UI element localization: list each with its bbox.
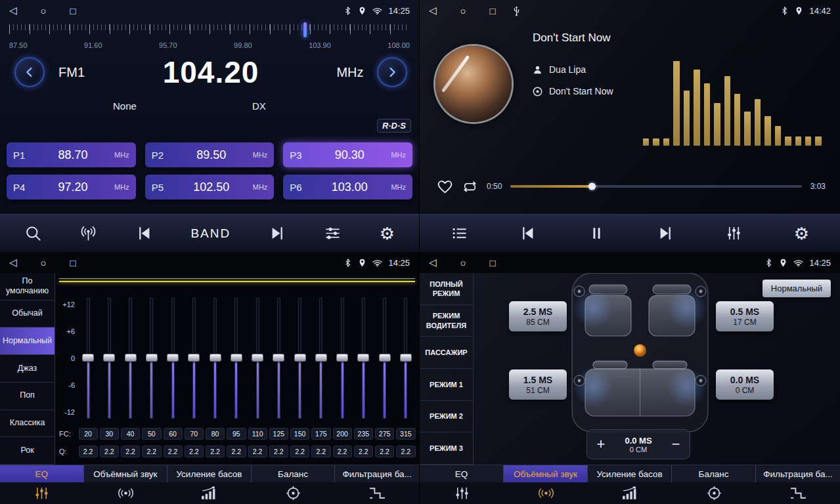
equalizer-icon[interactable] [324, 224, 342, 242]
bass-boost-icon[interactable] [200, 486, 218, 501]
tab-surround[interactable]: Объёмный звук [84, 465, 168, 482]
visualizer-bar [815, 136, 821, 146]
bass-boost-icon[interactable] [621, 486, 639, 501]
eq-band-slider[interactable] [268, 298, 289, 419]
slider-fill [320, 358, 322, 418]
search-icon[interactable] [24, 224, 42, 242]
eq-band-slider[interactable] [395, 298, 416, 419]
fc-value: 50 [142, 428, 161, 440]
eq-band-slider[interactable] [247, 298, 268, 419]
eq-preset-item[interactable]: Обычай [0, 301, 55, 328]
repeat-icon[interactable] [462, 179, 478, 194]
tab-eq[interactable]: EQ [0, 465, 84, 482]
eq-preset-item[interactable]: Поп [0, 383, 55, 410]
preset-button[interactable]: P3 90.30 MHz [283, 142, 412, 167]
pause-icon[interactable] [588, 224, 606, 242]
listening-mode-item[interactable]: РЕЖИМ 1 [420, 369, 473, 401]
tab-bass-boost[interactable]: Усиление басов [588, 465, 672, 482]
eq-band-slider[interactable] [374, 298, 395, 419]
seek-up-button[interactable] [377, 57, 407, 87]
previous-station-icon[interactable] [135, 224, 153, 242]
eq-preset-item[interactable]: Рок [0, 437, 55, 465]
eq-band-slider[interactable] [311, 298, 332, 419]
next-station-icon[interactable] [269, 224, 286, 242]
balance-icon[interactable] [284, 486, 302, 501]
eq-preset-item[interactable]: Джаз [0, 355, 55, 383]
eq-band-slider[interactable] [77, 298, 99, 419]
playlist-icon[interactable] [451, 224, 468, 242]
eq-band-slider[interactable] [120, 298, 141, 419]
listening-mode-item[interactable]: ПАССАЖИР [420, 337, 473, 369]
previous-track-icon[interactable] [519, 224, 537, 242]
next-track-icon[interactable] [657, 224, 674, 242]
back-button[interactable]: ◁ [9, 257, 17, 268]
eq-band-slider[interactable] [290, 298, 311, 419]
eq-icon[interactable] [33, 486, 51, 501]
preset-button[interactable]: P6 103.00 MHz [283, 175, 412, 200]
eq-band-slider[interactable] [162, 298, 183, 419]
surround-icon[interactable] [537, 486, 555, 501]
tab-filter[interactable]: Фильтрация ба... [335, 465, 419, 482]
listener-position-ball[interactable] [634, 345, 646, 357]
listening-mode-item[interactable]: РЕЖИМ 3 [420, 432, 473, 465]
settings-icon[interactable]: ⚙ [794, 225, 809, 242]
tab-surround[interactable]: Объёмный звук [504, 465, 588, 482]
tab-balance[interactable]: Баланс [672, 465, 756, 482]
back-button[interactable]: ◁ [9, 5, 17, 16]
increase-delay-button[interactable]: + [587, 437, 615, 452]
eq-band-slider[interactable] [183, 298, 204, 419]
eq-band-slider[interactable] [353, 298, 374, 419]
preset-button[interactable]: P4 97.20 MHz [7, 175, 136, 200]
equalizer-icon[interactable] [725, 224, 743, 242]
recents-button[interactable]: □ [490, 257, 496, 268]
eq-band-slider[interactable] [141, 298, 162, 419]
home-button[interactable]: ○ [41, 257, 47, 268]
settings-icon[interactable]: ⚙ [380, 225, 395, 242]
listening-mode-item[interactable]: ПОЛНЫЙ РЕЖИМ [420, 273, 473, 305]
balance-icon[interactable] [705, 486, 723, 501]
progress-bar[interactable] [510, 185, 801, 188]
home-button[interactable]: ○ [460, 5, 466, 16]
eq-icon[interactable] [453, 486, 471, 501]
seek-down-button[interactable] [14, 57, 45, 87]
eq-band-slider[interactable] [332, 298, 353, 419]
recents-button[interactable]: □ [70, 5, 76, 16]
frequency-ruler[interactable] [9, 24, 410, 39]
visualizer-bar [775, 126, 781, 146]
filter-icon[interactable] [368, 486, 386, 501]
sound-profile-button[interactable]: Нормальный [763, 280, 831, 297]
tab-eq[interactable]: EQ [420, 465, 504, 482]
eq-band-slider[interactable] [226, 298, 247, 419]
eq-preset-item[interactable]: Нормальный [0, 327, 55, 355]
band-button[interactable]: BAND [190, 226, 231, 241]
home-button[interactable]: ○ [460, 257, 466, 268]
recents-button[interactable]: □ [490, 5, 496, 16]
frequency-indicator[interactable] [303, 22, 307, 37]
tab-bass-boost[interactable]: Усиление басов [167, 465, 252, 482]
filter-icon[interactable] [789, 486, 807, 501]
back-button[interactable]: ◁ [429, 257, 437, 268]
delay-rear-right-button[interactable]: 0.0 MS 0 CM [716, 369, 774, 400]
broadcast-icon[interactable] [79, 224, 97, 242]
eq-preset-item[interactable]: По умолчанию [0, 273, 55, 301]
preset-button[interactable]: P5 102.50 MHz [145, 175, 275, 200]
preset-button[interactable]: P2 89.50 MHz [145, 142, 275, 167]
eq-band-slider[interactable] [99, 298, 120, 419]
tab-filter[interactable]: Фильтрация ба... [756, 465, 840, 482]
delay-rear-left-button[interactable]: 1.5 MS 51 CM [509, 369, 567, 400]
progress-knob[interactable] [588, 183, 596, 190]
favorite-icon[interactable] [437, 179, 453, 194]
tab-balance[interactable]: Баланс [252, 465, 336, 482]
surround-icon[interactable] [117, 486, 135, 501]
recents-button[interactable]: □ [70, 257, 76, 268]
back-button[interactable]: ◁ [429, 5, 437, 16]
listening-mode-item[interactable]: РЕЖИМ 2 [420, 401, 473, 433]
home-button[interactable]: ○ [41, 5, 47, 16]
delay-front-right-button[interactable]: 0.5 MS 17 CM [716, 301, 774, 331]
listening-mode-item[interactable]: РЕЖИМ ВОДИТЕЛЯ [420, 305, 473, 337]
preset-button[interactable]: P1 88.70 MHz [7, 142, 136, 167]
delay-front-left-button[interactable]: 2.5 MS 85 CM [509, 301, 567, 331]
eq-band-slider[interactable] [205, 298, 226, 419]
decrease-delay-button[interactable]: − [662, 437, 690, 452]
eq-preset-item[interactable]: Классика [0, 410, 55, 438]
